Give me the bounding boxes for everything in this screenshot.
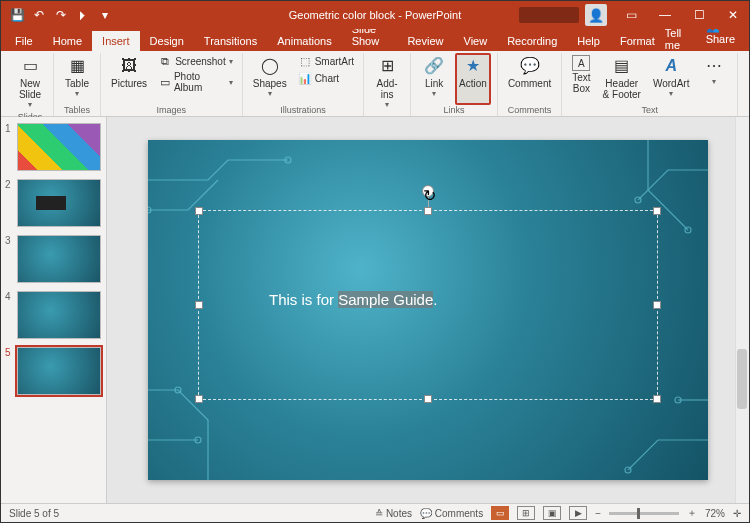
thumbnail-5[interactable]: 5 [5, 347, 102, 395]
thumbnail-3[interactable]: 3 [5, 235, 102, 283]
screenshot-button[interactable]: ⧉Screenshot ▾ [155, 53, 236, 69]
link-icon: 🔗 [421, 55, 447, 77]
resize-handle-sw[interactable] [195, 395, 203, 403]
tab-animations[interactable]: Animations [267, 31, 341, 51]
qat-customize-icon[interactable]: ▾ [97, 7, 113, 23]
shapes-icon: ◯ [257, 55, 283, 77]
group-text: A Text Box ▤ Header & Footer A WordArt▾ … [562, 53, 738, 116]
group-label-links: Links [443, 105, 464, 116]
slide-sorter-view-button[interactable]: ⊞ [517, 506, 535, 520]
highlighted-text: Sample Guide [338, 291, 433, 308]
symbols-button[interactable]: Ω Symbols▾ [744, 53, 750, 105]
current-slide[interactable]: ↻ This is for Sample Guide. [148, 140, 708, 480]
close-button[interactable]: ✕ [717, 1, 749, 29]
window-controls: 👤 ▭ — ☐ ✕ [519, 1, 749, 29]
group-label-images: Images [157, 105, 187, 116]
account-name[interactable] [519, 7, 579, 23]
action-button[interactable]: ★ Action [455, 53, 491, 105]
resize-handle-n[interactable] [424, 207, 432, 215]
comment-button[interactable]: 💬 Comment [504, 53, 555, 105]
tab-home[interactable]: Home [43, 31, 92, 51]
resize-handle-s[interactable] [424, 395, 432, 403]
shapes-button[interactable]: ◯ Shapes▾ [249, 53, 291, 105]
undo-icon[interactable]: ↶ [31, 7, 47, 23]
tab-design[interactable]: Design [140, 31, 194, 51]
ribbon-tabs: File Home Insert Design Transitions Anim… [1, 29, 749, 51]
tab-format[interactable]: Format [610, 31, 665, 51]
resize-handle-se[interactable] [653, 395, 661, 403]
tab-file[interactable]: File [5, 31, 43, 51]
slide-text-content[interactable]: This is for Sample Guide. [269, 291, 437, 308]
header-footer-button[interactable]: ▤ Header & Footer [599, 53, 645, 105]
header-footer-icon: ▤ [609, 55, 635, 77]
save-icon[interactable]: 💾 [9, 7, 25, 23]
tab-view[interactable]: View [454, 31, 498, 51]
account-avatar-icon[interactable]: 👤 [585, 4, 607, 26]
svg-point-7 [675, 397, 681, 403]
screenshot-icon: ⧉ [158, 54, 172, 68]
table-button[interactable]: ▦ Table▾ [60, 53, 94, 105]
svg-point-0 [285, 157, 291, 163]
thumbnail-2[interactable]: 2 [5, 179, 102, 227]
group-images: 🖼 Pictures ⧉Screenshot ▾ ▭Photo Album ▾ … [101, 53, 243, 116]
new-slide-icon: ▭ [17, 55, 43, 77]
notes-button[interactable]: ≙ Notes [375, 508, 412, 519]
group-links: 🔗 Link▾ ★ Action Links [411, 53, 498, 116]
zoom-slider[interactable] [609, 512, 679, 515]
slide-editing-area[interactable]: ↻ This is for Sample Guide. [107, 117, 749, 503]
photo-album-button[interactable]: ▭Photo Album ▾ [155, 70, 236, 94]
reading-view-button[interactable]: ▣ [543, 506, 561, 520]
vertical-scrollbar[interactable] [735, 117, 749, 503]
pictures-icon: 🖼 [116, 55, 142, 77]
text-box-icon: A [572, 55, 590, 71]
wordart-icon: A [658, 55, 684, 77]
zoom-level[interactable]: 72% [705, 508, 725, 519]
workspace: 1 2 3 4 5 ↻ [1, 117, 749, 503]
chart-button[interactable]: 📊Chart [295, 70, 357, 86]
tab-review[interactable]: Review [397, 31, 453, 51]
tab-help[interactable]: Help [567, 31, 610, 51]
group-symbols: Ω Symbols▾ [738, 53, 750, 116]
maximize-button[interactable]: ☐ [683, 1, 715, 29]
selected-text-box[interactable]: ↻ This is for Sample Guide. [198, 210, 658, 400]
zoom-in-button[interactable]: ＋ [687, 506, 697, 520]
resize-handle-w[interactable] [195, 301, 203, 309]
thumbnail-4[interactable]: 4 [5, 291, 102, 339]
new-slide-button[interactable]: ▭ New Slide▾ [13, 53, 47, 112]
svg-point-2 [175, 387, 181, 393]
minimize-button[interactable]: — [649, 1, 681, 29]
rotation-handle[interactable]: ↻ [422, 185, 434, 197]
tab-recording[interactable]: Recording [497, 31, 567, 51]
redo-icon[interactable]: ↷ [53, 7, 69, 23]
start-from-beginning-icon[interactable]: ⏵ [75, 7, 91, 23]
ribbon-display-options-icon[interactable]: ▭ [615, 1, 647, 29]
slideshow-view-button[interactable]: ▶ [569, 506, 587, 520]
text-more-button[interactable]: ⋯ ▾ [697, 53, 731, 105]
group-tables: ▦ Table▾ Tables [54, 53, 101, 116]
fit-to-window-button[interactable]: ✛ [733, 508, 741, 519]
document-title: Geometric color block - PowerPoint [289, 9, 461, 21]
slide-counter[interactable]: Slide 5 of 5 [9, 508, 59, 519]
addins-button[interactable]: ⊞ Add- ins▾ [370, 53, 404, 112]
resize-handle-nw[interactable] [195, 207, 203, 215]
tab-insert[interactable]: Insert [92, 31, 140, 51]
text-box-button[interactable]: A Text Box [568, 53, 594, 105]
scrollbar-thumb[interactable] [737, 349, 747, 409]
comment-icon: 💬 [517, 55, 543, 77]
thumbnail-1[interactable]: 1 [5, 123, 102, 171]
normal-view-button[interactable]: ▭ [491, 506, 509, 520]
tab-transitions[interactable]: Transitions [194, 31, 267, 51]
wordart-button[interactable]: A WordArt▾ [649, 53, 694, 105]
addins-icon: ⊞ [374, 55, 400, 77]
pictures-button[interactable]: 🖼 Pictures [107, 53, 151, 105]
zoom-out-button[interactable]: − [595, 508, 601, 519]
svg-point-6 [625, 467, 631, 473]
resize-handle-ne[interactable] [653, 207, 661, 215]
resize-handle-e[interactable] [653, 301, 661, 309]
link-button[interactable]: 🔗 Link▾ [417, 53, 451, 105]
smartart-button[interactable]: ⬚SmartArt [295, 53, 357, 69]
slide-thumbnails-pane[interactable]: 1 2 3 4 5 [1, 117, 107, 503]
comments-button[interactable]: 💬 Comments [420, 508, 483, 519]
photo-album-icon: ▭ [158, 75, 171, 89]
chart-icon: 📊 [298, 71, 312, 85]
